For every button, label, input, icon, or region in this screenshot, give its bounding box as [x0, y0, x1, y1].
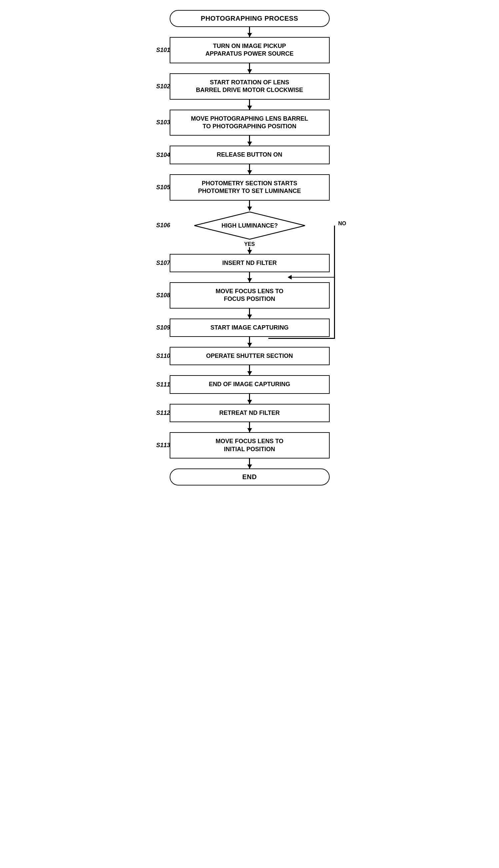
arrow-3	[249, 136, 250, 146]
step-row-s101: S101 TURN ON IMAGE PICKUPAPPARATUS POWER…	[150, 37, 350, 63]
step-label-s111: S111	[156, 381, 170, 388]
step-label-s104: S104	[156, 152, 170, 159]
step-row-s111: S111 END OF IMAGE CAPTURING	[150, 375, 350, 394]
step-label-s108: S108	[156, 292, 170, 299]
step-s109: START IMAGE CAPTURING	[170, 319, 330, 337]
arrow-2	[249, 100, 250, 110]
arrow-10	[249, 365, 250, 375]
step-row-s113: S113 MOVE FOCUS LENS TOINITIAL POSITION	[150, 432, 350, 458]
step-label-s112: S112	[156, 410, 170, 417]
step-row-s112: S112 RETREAT ND FILTER	[150, 404, 350, 422]
step-s112: RETREAT ND FILTER	[170, 404, 330, 422]
svg-text:HIGH LUMINANCE?: HIGH LUMINANCE?	[221, 222, 278, 229]
merge-hline	[292, 277, 335, 278]
end-pill: END	[170, 469, 330, 485]
step-s110: OPERATE SHUTTER SECTION	[170, 347, 330, 365]
step-row-s105: S105 PHOTOMETRY SECTION STARTSPHOTOMETRY…	[150, 174, 350, 201]
arrow-1	[249, 63, 250, 73]
step-s111: END OF IMAGE CAPTURING	[170, 375, 330, 394]
step-s102: START ROTATION OF LENSBARREL DRIVE MOTOR…	[170, 73, 330, 100]
step-row-s110: S110 OPERATE SHUTTER SECTION	[150, 347, 350, 365]
step-label-s109: S109	[156, 324, 170, 331]
arrow-9	[249, 337, 250, 347]
step-row-s109: S109 START IMAGE CAPTURING	[150, 319, 350, 337]
step-label-s103: S103	[156, 119, 170, 126]
diamond-shape: HIGH LUMINANCE?	[193, 211, 306, 240]
arrow-11	[249, 394, 250, 404]
arrow-7	[249, 272, 250, 282]
flowchart: PHOTOGRAPHING PROCESS S101 TURN ON IMAGE…	[133, 10, 366, 485]
step-label-s101: S101	[156, 47, 170, 54]
step-label-s110: S110	[156, 352, 170, 360]
arrow-0	[249, 27, 250, 37]
diamond-section: S106 HIGH LUMINANCE? NO YES	[150, 211, 350, 247]
arrow-4	[249, 164, 250, 174]
step-s113: MOVE FOCUS LENS TOINITIAL POSITION	[170, 432, 330, 458]
yes-label: YES	[244, 241, 255, 247]
step-row-s107: S107 INSERT ND FILTER	[150, 254, 350, 272]
no-label: NO	[338, 221, 346, 226]
step-row-s108: S108 MOVE FOCUS LENS TOFOCUS POSITION	[150, 282, 350, 309]
merge-arrowhead	[288, 275, 292, 280]
step-label-s102: S102	[156, 83, 170, 90]
arrow-13	[249, 458, 250, 469]
step-row-s103: S103 MOVE PHOTOGRAPHING LENS BARRELTO PH…	[150, 110, 350, 136]
no-branch-hline	[268, 338, 335, 339]
arrow-12	[249, 422, 250, 432]
merge-arrow	[150, 272, 350, 282]
arrow-5	[249, 201, 250, 211]
step-row-s106: S106 HIGH LUMINANCE? NO	[150, 211, 350, 240]
step-label-s106: S106	[156, 222, 170, 229]
step-s101: TURN ON IMAGE PICKUPAPPARATUS POWER SOUR…	[170, 37, 330, 63]
arrow-8	[249, 309, 250, 319]
step-s104: RELEASE BUTTON ON	[170, 146, 330, 164]
step-label-s113: S113	[156, 442, 170, 449]
step-s108: MOVE FOCUS LENS TOFOCUS POSITION	[170, 282, 330, 309]
step-s103: MOVE PHOTOGRAPHING LENS BARRELTO PHOTOGR…	[170, 110, 330, 136]
step-label-s105: S105	[156, 184, 170, 191]
step-label-s107: S107	[156, 260, 170, 266]
step-s107: INSERT ND FILTER	[170, 254, 330, 272]
step-row-s102: S102 START ROTATION OF LENSBARREL DRIVE …	[150, 73, 350, 100]
start-pill: PHOTOGRAPHING PROCESS	[170, 10, 330, 27]
step-row-s104: S104 RELEASE BUTTON ON	[150, 146, 350, 164]
arrow-6	[249, 247, 250, 254]
step-s105: PHOTOMETRY SECTION STARTSPHOTOMETRY TO S…	[170, 174, 330, 201]
